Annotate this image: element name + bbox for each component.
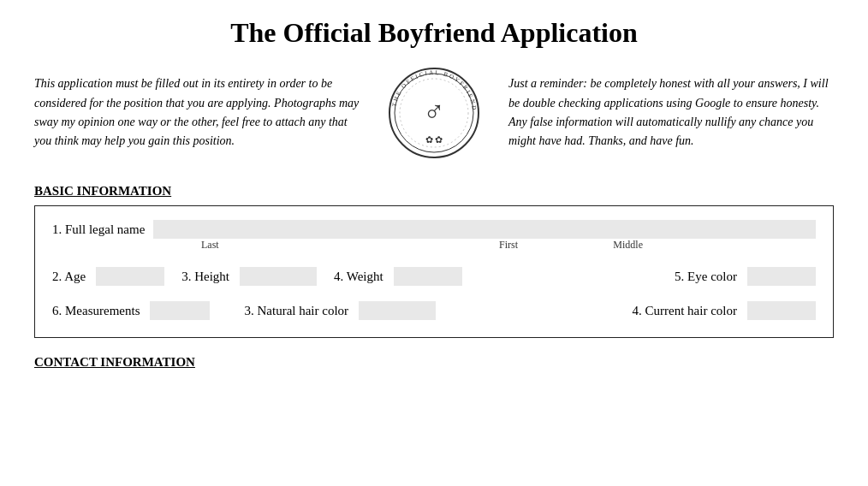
current-hair-label: 4. Current hair color <box>633 304 737 318</box>
basic-info-form-box: 1. Full legal name Last First Middle 2. … <box>34 205 834 338</box>
current-hair-field-item: 4. Current hair color <box>633 301 816 320</box>
intro-section: This application must be filled out in i… <box>34 66 834 160</box>
measurements-input[interactable] <box>150 301 210 320</box>
full-name-row: 1. Full legal name Last First Middle <box>52 220 816 252</box>
eye-color-label: 5. Eye color <box>675 270 737 284</box>
row3-fields: 6. Measurements 3. Natural hair color 4.… <box>52 301 816 320</box>
page-title: The Official Boyfriend Application <box>34 17 834 49</box>
basic-info-title: BASIC INFORMATION <box>34 184 834 199</box>
middle-sublabel: Middle <box>609 239 816 252</box>
row2-fields: 2. Age 3. Height 4. Weight 5. Eye color <box>52 267 816 286</box>
intro-right-text: Just a reminder: be completely honest wi… <box>508 74 834 151</box>
first-sublabel: First <box>404 239 610 252</box>
natural-hair-field-item: 3. Natural hair color <box>244 301 436 320</box>
weight-label: 4. Weight <box>334 270 383 284</box>
age-label: 2. Age <box>52 270 86 284</box>
height-field-item: 3. Height <box>181 267 317 286</box>
eye-color-input[interactable] <box>747 267 816 286</box>
contact-info-section: CONTACT INFORMATION <box>34 355 834 370</box>
intro-left-text: This application must be filled out in i… <box>34 74 360 151</box>
height-input[interactable] <box>240 267 317 286</box>
weight-input[interactable] <box>394 267 462 286</box>
name-sublabels: Last First Middle <box>52 239 816 252</box>
measurements-label: 6. Measurements <box>52 304 140 318</box>
measurements-field-item: 6. Measurements <box>52 301 210 320</box>
basic-info-section: BASIC INFORMATION 1. Full legal name Las… <box>34 184 834 338</box>
height-label: 3. Height <box>181 270 229 284</box>
seal-svg: THE OFFICIAL BOYFRIEND APPLICATION ♂ ✿ ✿ <box>387 66 481 160</box>
full-name-label: 1. Full legal name <box>52 222 145 237</box>
seal-container: THE OFFICIAL BOYFRIEND APPLICATION ♂ ✿ ✿ <box>383 66 485 160</box>
current-hair-input[interactable] <box>747 301 816 320</box>
age-input[interactable] <box>96 267 164 286</box>
svg-text:✿ ✿: ✿ ✿ <box>425 134 443 145</box>
eye-color-field-item: 5. Eye color <box>675 267 816 286</box>
name-input-line[interactable] <box>153 220 816 239</box>
contact-info-title: CONTACT INFORMATION <box>34 355 834 370</box>
last-sublabel: Last <box>198 239 404 252</box>
natural-hair-input[interactable] <box>359 301 436 320</box>
age-field-item: 2. Age <box>52 267 164 286</box>
svg-text:♂: ♂ <box>423 96 445 127</box>
weight-field-item: 4. Weight <box>334 267 462 286</box>
natural-hair-label: 3. Natural hair color <box>244 304 348 318</box>
